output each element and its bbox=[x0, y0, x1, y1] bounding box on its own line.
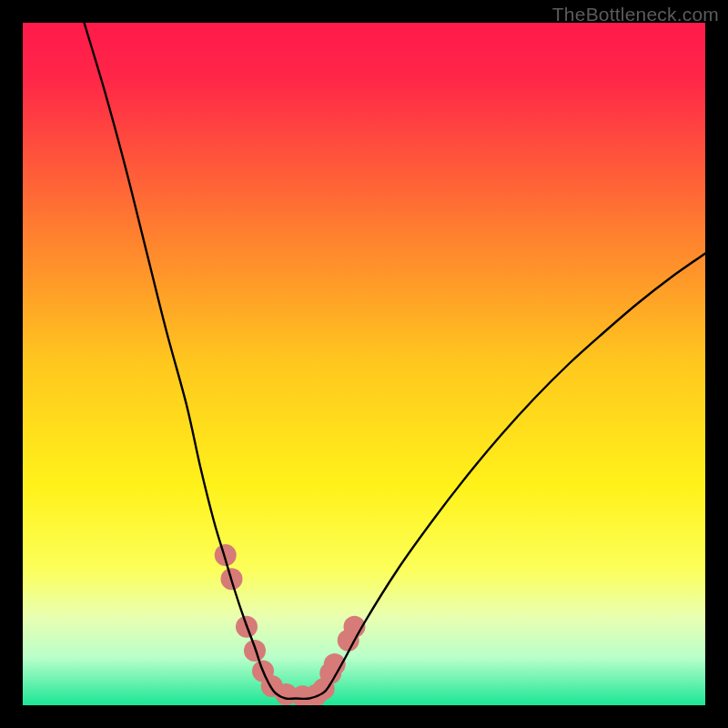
marker-dot bbox=[244, 640, 266, 662]
watermark-text: TheBottleneck.com bbox=[552, 4, 719, 25]
plot-area bbox=[23, 23, 705, 705]
chart-svg bbox=[23, 23, 705, 705]
gradient-background bbox=[23, 23, 705, 705]
chart-frame: TheBottleneck.com bbox=[0, 0, 728, 728]
